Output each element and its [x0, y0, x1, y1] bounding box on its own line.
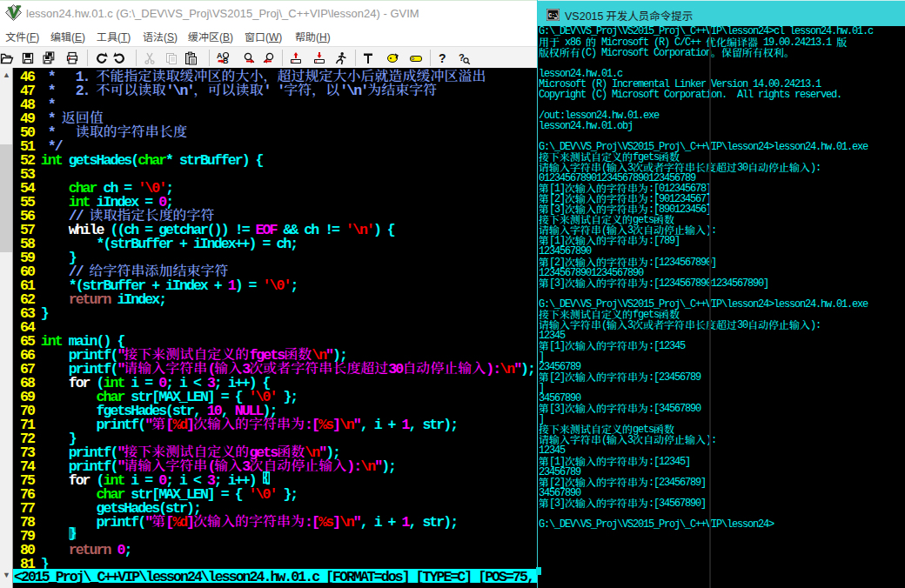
svg-text:?: ?	[439, 51, 446, 65]
svg-text:A: A	[217, 51, 223, 60]
